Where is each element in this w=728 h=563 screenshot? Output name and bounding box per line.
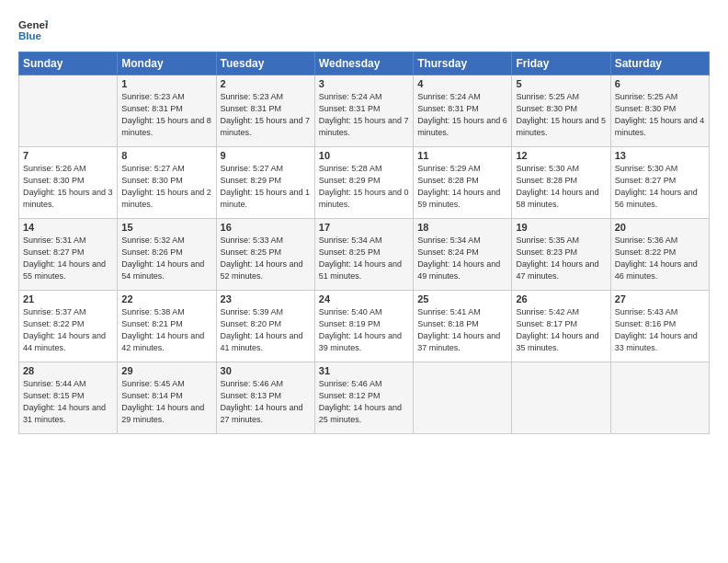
- header: General Blue: [18, 17, 710, 42]
- day-number: 30: [221, 365, 311, 376]
- day-number: 9: [221, 150, 311, 161]
- calendar-cell: 20Sunrise: 5:36 AMSunset: 8:22 PMDayligh…: [610, 219, 709, 291]
- calendar-cell: 5Sunrise: 5:25 AMSunset: 8:30 PMDaylight…: [512, 75, 610, 147]
- day-sun-info: Sunrise: 5:26 AMSunset: 8:30 PMDaylight:…: [23, 163, 113, 211]
- day-number: 5: [516, 78, 606, 89]
- day-number: 2: [221, 78, 311, 89]
- calendar-cell: [512, 362, 610, 434]
- week-row-3: 14Sunrise: 5:31 AMSunset: 8:27 PMDayligh…: [19, 219, 710, 291]
- day-sun-info: Sunrise: 5:23 AMSunset: 8:31 PMDaylight:…: [121, 91, 211, 139]
- calendar-cell: 7Sunrise: 5:26 AMSunset: 8:30 PMDaylight…: [19, 147, 118, 219]
- calendar-cell: 14Sunrise: 5:31 AMSunset: 8:27 PMDayligh…: [19, 219, 118, 291]
- calendar-cell: 11Sunrise: 5:29 AMSunset: 8:28 PMDayligh…: [414, 147, 512, 219]
- weekday-header-friday: Friday: [512, 52, 610, 75]
- day-sun-info: Sunrise: 5:27 AMSunset: 8:30 PMDaylight:…: [121, 163, 211, 211]
- calendar-cell: 1Sunrise: 5:23 AMSunset: 8:31 PMDaylight…: [118, 75, 216, 147]
- day-sun-info: Sunrise: 5:34 AMSunset: 8:25 PMDaylight:…: [319, 235, 409, 282]
- calendar-cell: 15Sunrise: 5:32 AMSunset: 8:26 PMDayligh…: [118, 219, 216, 291]
- weekday-header-tuesday: Tuesday: [216, 52, 314, 75]
- day-sun-info: Sunrise: 5:28 AMSunset: 8:29 PMDaylight:…: [319, 163, 409, 211]
- calendar-cell: 28Sunrise: 5:44 AMSunset: 8:15 PMDayligh…: [19, 362, 118, 434]
- day-sun-info: Sunrise: 5:24 AMSunset: 8:31 PMDaylight:…: [319, 91, 409, 139]
- calendar-cell: 2Sunrise: 5:23 AMSunset: 8:31 PMDaylight…: [216, 75, 314, 147]
- svg-text:General: General: [18, 19, 48, 30]
- day-sun-info: Sunrise: 5:46 AMSunset: 8:12 PMDaylight:…: [319, 378, 409, 426]
- day-sun-info: Sunrise: 5:34 AMSunset: 8:24 PMDaylight:…: [417, 235, 507, 282]
- calendar-cell: 4Sunrise: 5:24 AMSunset: 8:31 PMDaylight…: [414, 75, 512, 147]
- week-row-5: 28Sunrise: 5:44 AMSunset: 8:15 PMDayligh…: [19, 362, 710, 434]
- calendar-cell: [610, 362, 709, 434]
- calendar-cell: 23Sunrise: 5:39 AMSunset: 8:20 PMDayligh…: [216, 291, 314, 362]
- day-number: 8: [121, 150, 211, 161]
- weekday-header-thursday: Thursday: [414, 52, 512, 75]
- calendar-cell: 25Sunrise: 5:41 AMSunset: 8:18 PMDayligh…: [414, 291, 512, 362]
- weekday-header-row: SundayMondayTuesdayWednesdayThursdayFrid…: [19, 52, 710, 75]
- day-sun-info: Sunrise: 5:44 AMSunset: 8:15 PMDaylight:…: [23, 378, 113, 426]
- calendar-table: SundayMondayTuesdayWednesdayThursdayFrid…: [18, 52, 710, 434]
- day-number: 26: [516, 293, 606, 304]
- calendar-cell: 9Sunrise: 5:27 AMSunset: 8:29 PMDaylight…: [216, 147, 314, 219]
- calendar-cell: 17Sunrise: 5:34 AMSunset: 8:25 PMDayligh…: [314, 219, 413, 291]
- day-number: 27: [615, 293, 705, 304]
- week-row-1: 1Sunrise: 5:23 AMSunset: 8:31 PMDaylight…: [19, 75, 710, 147]
- weekday-header-saturday: Saturday: [610, 52, 709, 75]
- day-sun-info: Sunrise: 5:37 AMSunset: 8:22 PMDaylight:…: [23, 306, 113, 354]
- weekday-header-monday: Monday: [118, 52, 216, 75]
- week-row-2: 7Sunrise: 5:26 AMSunset: 8:30 PMDaylight…: [19, 147, 710, 219]
- day-number: 10: [319, 150, 409, 161]
- calendar-cell: 16Sunrise: 5:33 AMSunset: 8:25 PMDayligh…: [216, 219, 314, 291]
- calendar-cell: 29Sunrise: 5:45 AMSunset: 8:14 PMDayligh…: [118, 362, 216, 434]
- calendar-cell: 6Sunrise: 5:25 AMSunset: 8:30 PMDaylight…: [610, 75, 709, 147]
- day-sun-info: Sunrise: 5:41 AMSunset: 8:18 PMDaylight:…: [417, 306, 507, 354]
- day-number: 6: [615, 78, 705, 89]
- day-sun-info: Sunrise: 5:24 AMSunset: 8:31 PMDaylight:…: [417, 91, 507, 139]
- calendar-cell: 22Sunrise: 5:38 AMSunset: 8:21 PMDayligh…: [118, 291, 216, 362]
- calendar-cell: 19Sunrise: 5:35 AMSunset: 8:23 PMDayligh…: [512, 219, 610, 291]
- calendar-cell: 30Sunrise: 5:46 AMSunset: 8:13 PMDayligh…: [216, 362, 314, 434]
- day-number: 3: [319, 78, 409, 89]
- calendar-cell: 10Sunrise: 5:28 AMSunset: 8:29 PMDayligh…: [314, 147, 413, 219]
- day-sun-info: Sunrise: 5:45 AMSunset: 8:14 PMDaylight:…: [121, 378, 211, 426]
- day-sun-info: Sunrise: 5:27 AMSunset: 8:29 PMDaylight:…: [221, 163, 311, 211]
- day-sun-info: Sunrise: 5:35 AMSunset: 8:23 PMDaylight:…: [516, 235, 606, 282]
- day-sun-info: Sunrise: 5:43 AMSunset: 8:16 PMDaylight:…: [615, 306, 705, 354]
- day-number: 24: [319, 293, 409, 304]
- calendar-cell: 18Sunrise: 5:34 AMSunset: 8:24 PMDayligh…: [414, 219, 512, 291]
- day-sun-info: Sunrise: 5:46 AMSunset: 8:13 PMDaylight:…: [221, 378, 311, 426]
- calendar-cell: 31Sunrise: 5:46 AMSunset: 8:12 PMDayligh…: [314, 362, 413, 434]
- logo: General Blue: [18, 17, 51, 42]
- calendar-cell: 26Sunrise: 5:42 AMSunset: 8:17 PMDayligh…: [512, 291, 610, 362]
- day-number: 17: [319, 222, 409, 233]
- page: General Blue SundayMondayTuesdayWednesda…: [0, 0, 728, 563]
- day-number: 12: [516, 150, 606, 161]
- calendar-cell: 13Sunrise: 5:30 AMSunset: 8:27 PMDayligh…: [610, 147, 709, 219]
- day-sun-info: Sunrise: 5:29 AMSunset: 8:28 PMDaylight:…: [417, 163, 507, 211]
- day-sun-info: Sunrise: 5:36 AMSunset: 8:22 PMDaylight:…: [615, 235, 705, 282]
- day-number: 11: [417, 150, 507, 161]
- svg-text:Blue: Blue: [18, 30, 42, 41]
- calendar-cell: 12Sunrise: 5:30 AMSunset: 8:28 PMDayligh…: [512, 147, 610, 219]
- day-number: 31: [319, 365, 409, 376]
- calendar-cell: 27Sunrise: 5:43 AMSunset: 8:16 PMDayligh…: [610, 291, 709, 362]
- day-number: 14: [23, 222, 113, 233]
- day-number: 25: [417, 293, 507, 304]
- day-number: 28: [23, 365, 113, 376]
- day-sun-info: Sunrise: 5:32 AMSunset: 8:26 PMDaylight:…: [121, 235, 211, 282]
- calendar-cell: [19, 75, 118, 147]
- day-sun-info: Sunrise: 5:33 AMSunset: 8:25 PMDaylight:…: [221, 235, 311, 282]
- day-sun-info: Sunrise: 5:38 AMSunset: 8:21 PMDaylight:…: [121, 306, 211, 354]
- day-sun-info: Sunrise: 5:30 AMSunset: 8:28 PMDaylight:…: [516, 163, 606, 211]
- day-number: 7: [23, 150, 113, 161]
- weekday-header-sunday: Sunday: [19, 52, 118, 75]
- day-number: 13: [615, 150, 705, 161]
- day-number: 19: [516, 222, 606, 233]
- week-row-4: 21Sunrise: 5:37 AMSunset: 8:22 PMDayligh…: [19, 291, 710, 362]
- day-sun-info: Sunrise: 5:25 AMSunset: 8:30 PMDaylight:…: [516, 91, 606, 139]
- day-number: 18: [417, 222, 507, 233]
- calendar-cell: 8Sunrise: 5:27 AMSunset: 8:30 PMDaylight…: [118, 147, 216, 219]
- day-sun-info: Sunrise: 5:31 AMSunset: 8:27 PMDaylight:…: [23, 235, 113, 282]
- day-sun-info: Sunrise: 5:40 AMSunset: 8:19 PMDaylight:…: [319, 306, 409, 354]
- logo-icon: General Blue: [18, 17, 48, 42]
- day-sun-info: Sunrise: 5:23 AMSunset: 8:31 PMDaylight:…: [221, 91, 311, 139]
- day-number: 23: [221, 293, 311, 304]
